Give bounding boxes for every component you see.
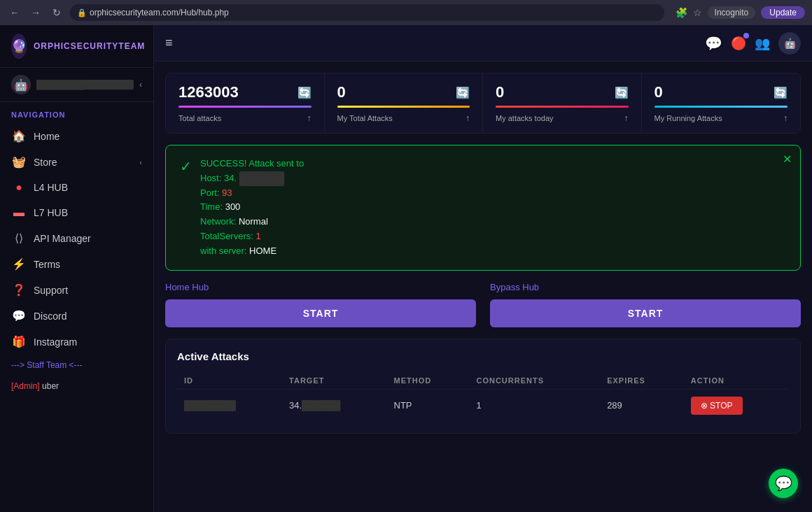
row-id-value: ████████ xyxy=(184,400,236,411)
lock-icon: 🔒 xyxy=(77,8,87,17)
extensions-icon[interactable]: 🧩 xyxy=(676,7,687,18)
alert-time-value: 300 xyxy=(225,201,241,212)
user-avatar: 🤖 xyxy=(11,75,31,94)
collapse-button[interactable]: ‹ xyxy=(139,80,142,90)
alert-close-button[interactable]: ✕ xyxy=(783,152,792,166)
alert-content: SUCCESS! Attack sent to Host: 34. ██████… xyxy=(200,157,304,259)
sidebar-item-l4hub-label: L4 HUB xyxy=(34,182,68,193)
sidebar-header: 🔮 ORPHICSECURITYTEAM xyxy=(0,25,153,68)
stop-button[interactable]: ⊗ STOP xyxy=(691,397,743,415)
sidebar-item-support-label: Support xyxy=(34,285,68,296)
stat-my-total: 0 🔄 My Total Attacks ↑ xyxy=(325,73,484,133)
my-total-refresh[interactable]: 🔄 xyxy=(456,86,470,99)
logo-icon: 🔮 xyxy=(11,38,27,54)
sidebar-item-l4hub[interactable]: ● L4 HUB xyxy=(0,175,153,200)
l7hub-icon: ▬ xyxy=(11,206,27,219)
browser-right-icons: 🧩 ☆ Incognito Update xyxy=(676,6,805,19)
sidebar-item-api[interactable]: ⟨⟩ API Manager xyxy=(0,225,153,251)
discord-topbar-icon[interactable]: 💬 xyxy=(705,35,722,52)
alert-total-servers-value: 1 xyxy=(256,231,261,241)
bypass-hub-start-button[interactable]: START xyxy=(490,299,801,327)
col-expires: EXPIRES xyxy=(600,372,684,390)
attacks-today-arrow: ↑ xyxy=(624,113,629,123)
alert-host-value: ███████ xyxy=(239,171,284,186)
home-hub-start-button[interactable]: START xyxy=(165,299,476,327)
sidebar-item-discord[interactable]: 💬 Discord xyxy=(0,303,153,329)
alert-network-value: Normal xyxy=(239,216,268,227)
row-target-value: ██████ xyxy=(302,400,340,411)
alert-box: ✓ SUCCESS! Attack sent to Host: 34. ████… xyxy=(165,145,801,271)
alert-with-server-value: HOME xyxy=(249,246,276,256)
col-action: ACTION xyxy=(684,372,789,390)
col-id: ID xyxy=(177,372,282,390)
admin-label: [Admin] uber xyxy=(0,376,153,397)
sidebar-item-terms-label: Terms xyxy=(34,259,60,270)
users-icon[interactable]: 👥 xyxy=(755,36,770,51)
row-id: ████████ xyxy=(177,389,282,422)
my-total-arrow: ↑ xyxy=(465,113,470,123)
total-attacks-value: 1263003 xyxy=(178,83,239,101)
url-text: orphicsecurityteam.com/Hub/hub.php xyxy=(90,8,229,17)
row-target: 34.██████ xyxy=(282,389,386,422)
sidebar-item-l7hub-label: L7 HUB xyxy=(34,207,68,218)
my-total-bar xyxy=(337,106,470,108)
my-total-value: 0 xyxy=(337,83,346,101)
sidebar-item-l7hub[interactable]: ▬ L7 HUB xyxy=(0,200,153,225)
sidebar-item-home[interactable]: 🏠 Home xyxy=(0,123,153,149)
update-button[interactable]: Update xyxy=(761,6,805,19)
sidebar-item-api-label: API Manager xyxy=(34,233,91,244)
alert-success-text: SUCCESS! Attack sent to xyxy=(200,158,304,169)
attacks-table-header: ID TARGET METHOD CONCURRENTS EXPIRES ACT… xyxy=(177,372,789,390)
attacks-today-value: 0 xyxy=(496,83,504,101)
forward-button[interactable]: → xyxy=(28,7,43,18)
sidebar-item-store[interactable]: 🧺 Store ‹ xyxy=(0,149,153,175)
sidebar-user: 🤖 ████████ ‹ xyxy=(0,68,153,102)
running-attacks-refresh[interactable]: 🔄 xyxy=(774,86,788,99)
refresh-button[interactable]: ↻ xyxy=(49,7,64,18)
running-attacks-arrow: ↑ xyxy=(783,113,788,123)
sidebar-item-instagram[interactable]: 🎁 Instagram xyxy=(0,329,153,355)
stats-row: 1263003 🔄 Total attacks ↑ 0 🔄 xyxy=(165,73,801,134)
row-method: NTP xyxy=(387,389,470,422)
attacks-section: Active Attacks ID TARGET METHOD CONCURRE… xyxy=(165,339,801,434)
sidebar-item-terms[interactable]: ⚡ Terms xyxy=(0,251,153,277)
admin-bracket: [Admin] xyxy=(11,381,40,391)
row-action: ⊗ STOP xyxy=(684,389,789,422)
alert-network-label: Network: xyxy=(200,216,236,227)
table-row: ████████ 34.██████ NTP 1 289 ⊗ STOP xyxy=(177,389,789,422)
notification-badge xyxy=(743,33,749,38)
stat-attacks-today: 0 🔄 My attacks today ↑ xyxy=(483,73,642,133)
attacks-today-bar xyxy=(496,106,629,108)
sidebar-item-support[interactable]: ❓ Support xyxy=(0,277,153,303)
chat-bubble[interactable]: 💬 xyxy=(769,469,798,498)
topbar-avatar[interactable]: 🤖 xyxy=(778,32,801,55)
running-attacks-value: 0 xyxy=(654,83,663,101)
support-icon: ❓ xyxy=(11,283,27,297)
alert-port-value: 93 xyxy=(222,187,232,198)
discord-icon: 💬 xyxy=(11,309,27,322)
hubs-row: Home Hub START Bypass Hub START xyxy=(165,282,801,327)
l4hub-icon: ● xyxy=(11,181,27,194)
sidebar-item-discord-label: Discord xyxy=(34,311,66,322)
staff-team-link[interactable]: ---> Staff Team <--- xyxy=(0,355,153,376)
row-concurrents: 1 xyxy=(469,389,600,422)
attacks-table: ID TARGET METHOD CONCURRENTS EXPIRES ACT… xyxy=(177,372,789,422)
api-icon: ⟨⟩ xyxy=(11,232,27,245)
sidebar: 🔮 ORPHICSECURITYTEAM 🤖 ████████ ‹ NAVIGA… xyxy=(0,25,154,512)
notification-icon[interactable]: 🔴 xyxy=(731,36,746,51)
attacks-today-refresh[interactable]: 🔄 xyxy=(615,86,629,99)
app-container: 🔮 ORPHICSECURITYTEAM 🤖 ████████ ‹ NAVIGA… xyxy=(0,25,812,512)
total-attacks-refresh[interactable]: 🔄 xyxy=(298,86,312,99)
total-attacks-bar xyxy=(178,106,312,108)
back-button[interactable]: ← xyxy=(7,7,22,18)
running-attacks-label: My Running Attacks xyxy=(654,114,722,122)
sidebar-item-store-label: Store xyxy=(34,157,57,168)
menu-button[interactable]: ≡ xyxy=(165,36,173,50)
url-bar[interactable]: 🔒 orphicsecurityteam.com/Hub/hub.php xyxy=(70,4,664,21)
my-total-label: My Total Attacks xyxy=(337,114,393,122)
store-expand-arrow: ‹ xyxy=(139,158,142,166)
home-icon: 🏠 xyxy=(11,129,27,143)
home-hub-label: Home Hub xyxy=(165,282,476,292)
star-icon[interactable]: ☆ xyxy=(693,7,702,18)
topbar: ≡ 💬 🔴 👥 🤖 xyxy=(154,25,812,62)
